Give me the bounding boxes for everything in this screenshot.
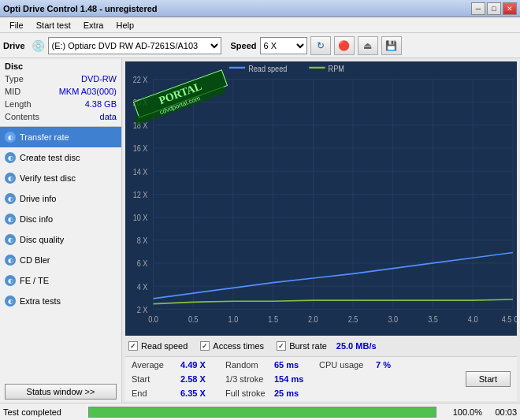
nav-label-disc-info: Disc info [20, 214, 53, 224]
content-area: PORTAL cdvdportal.com [122, 58, 520, 403]
erase-button[interactable]: 🔴 [334, 36, 355, 55]
svg-text:0.0: 0.0 [148, 315, 158, 325]
status-time: 00:03 [485, 407, 517, 417]
burst-rate-checkbox-item: ✓ Burst rate 25.0 MB/s [277, 341, 376, 351]
disc-length-value: 4.38 GB [85, 98, 117, 110]
disc-length-row: Length 4.38 GB [5, 98, 117, 110]
nav-label-extra-tests: Extra tests [20, 296, 61, 306]
menu-file[interactable]: File [3, 19, 30, 32]
refresh-button[interactable]: ↻ [310, 36, 331, 55]
sidebar-item-disc-info[interactable]: ◐ Disc info [0, 209, 121, 229]
menu-bar: File Start test Extra Help [0, 17, 520, 33]
drive-icon: 💿 [32, 39, 45, 52]
minimize-button[interactable]: ─ [471, 2, 485, 15]
average-label: Average [132, 360, 179, 370]
svg-text:12 X: 12 X [133, 190, 148, 199]
svg-text:Read speed: Read speed [248, 65, 287, 74]
chart-svg: 2 X 4 X 6 X 8 X 10 X 12 X 14 X 16 X 18 X… [125, 61, 517, 336]
status-bar: Test completed 100.0% 00:03 [0, 403, 520, 420]
fe-te-icon: ◐ [5, 275, 16, 286]
burst-rate-value: 25.0 MB/s [336, 341, 377, 351]
svg-text:RPM: RPM [329, 65, 344, 74]
sidebar-item-transfer-rate[interactable]: ◐ Transfer rate [0, 127, 121, 147]
end-label: End [132, 388, 179, 398]
drive-info-icon: ◐ [5, 193, 16, 204]
disc-type-value: DVD-RW [81, 72, 117, 85]
nav-label-transfer-rate: Transfer rate [20, 132, 69, 142]
svg-text:16 X: 16 X [133, 144, 148, 154]
disc-mid-row: MID MKM A03(000) [5, 85, 117, 98]
checkbox-row: ✓ Read speed ✓ Access times ✓ Burst rate… [122, 339, 520, 353]
drive-select[interactable]: (E:) Optiarc DVD RW AD-7261S/A103 [48, 37, 221, 54]
stroke1-label: 1/3 stroke [225, 374, 273, 384]
extra-tests-icon: ◐ [5, 295, 16, 307]
sidebar: Disc Type DVD-RW MID MKM A03(000) Length… [0, 58, 122, 403]
sidebar-item-verify-test-disc[interactable]: ◐ Verify test disc [0, 168, 121, 188]
sidebar-item-extra-tests[interactable]: ◐ Extra tests [0, 291, 121, 311]
cpu-label: CPU usage [319, 360, 374, 370]
start-value: 2.58 X [180, 374, 224, 384]
svg-rect-45 [309, 67, 325, 69]
disc-mid-label: MID [5, 85, 20, 98]
stroke2-label: Full stroke [225, 388, 273, 398]
cpu-value: 7 % [376, 360, 462, 370]
save-button[interactable]: 💾 [381, 36, 402, 55]
nav-items: ◐ Transfer rate ◐ Create test disc ◐ Ver… [0, 127, 121, 381]
access-times-checkbox-item: ✓ Access times [200, 341, 264, 351]
chart-area: PORTAL cdvdportal.com [125, 61, 517, 336]
disc-quality-icon: ◐ [5, 234, 16, 245]
sidebar-item-drive-info[interactable]: ◐ Drive info [0, 188, 121, 209]
svg-text:18 X: 18 X [133, 121, 148, 131]
status-text: Test completed [3, 407, 82, 417]
verify-test-disc-icon: ◐ [5, 173, 16, 184]
sidebar-item-create-test-disc[interactable]: ◐ Create test disc [0, 147, 121, 168]
svg-text:1.5: 1.5 [268, 315, 278, 325]
nav-label-create-test-disc: Create test disc [20, 153, 80, 162]
status-window-button[interactable]: Status window >> [5, 384, 117, 400]
cd-bler-icon: ◐ [5, 255, 16, 266]
stroke1-value: 154 ms [274, 374, 318, 384]
read-speed-checkbox-item: ✓ Read speed [128, 341, 188, 351]
disc-type-row: Type DVD-RW [5, 72, 117, 85]
svg-text:2 X: 2 X [137, 305, 148, 314]
svg-text:8 X: 8 X [137, 236, 148, 246]
svg-text:4.5 GB: 4.5 GB [502, 315, 517, 325]
transfer-rate-icon: ◐ [5, 132, 16, 143]
access-times-checkbox[interactable]: ✓ [200, 341, 210, 351]
average-value: 4.49 X [180, 360, 224, 370]
disc-panel-title: Disc [5, 61, 117, 71]
sidebar-item-disc-quality[interactable]: ◐ Disc quality [0, 229, 121, 250]
random-value: 65 ms [274, 360, 318, 370]
svg-rect-43 [229, 67, 245, 69]
eject-button[interactable]: ⏏ [358, 36, 378, 55]
nav-label-cd-bler: CD Bler [20, 255, 50, 265]
speed-label: Speed [231, 41, 257, 50]
svg-text:2.5: 2.5 [348, 315, 358, 325]
svg-text:6 X: 6 X [137, 259, 148, 269]
progress-bar-container [88, 407, 436, 418]
sidebar-item-fe-te[interactable]: ◐ FE / TE [0, 270, 121, 291]
random-label: Random [225, 360, 273, 370]
menu-help[interactable]: Help [110, 19, 140, 32]
drive-label: Drive [3, 41, 25, 50]
nav-label-fe-te: FE / TE [20, 276, 49, 285]
progress-bar-fill [89, 407, 436, 417]
start-label: Start [132, 374, 179, 384]
svg-text:4 X: 4 X [137, 282, 148, 292]
svg-text:3.0: 3.0 [388, 315, 398, 325]
burst-rate-checkbox[interactable]: ✓ [277, 341, 286, 351]
start-button[interactable]: Start [466, 371, 511, 387]
svg-text:10 X: 10 X [133, 214, 148, 223]
close-button[interactable]: ✕ [503, 2, 517, 15]
read-speed-checkbox[interactable]: ✓ [128, 341, 138, 351]
menu-start-test[interactable]: Start test [30, 19, 77, 32]
disc-mid-value: MKM A03(000) [59, 85, 117, 98]
maximize-button[interactable]: □ [487, 2, 501, 15]
sidebar-item-cd-bler[interactable]: ◐ CD Bler [0, 250, 121, 270]
read-speed-label: Read speed [141, 341, 188, 351]
disc-info-icon: ◐ [5, 214, 16, 225]
svg-text:4.0: 4.0 [468, 315, 478, 325]
menu-extra[interactable]: Extra [77, 19, 110, 32]
title-bar-buttons: ─ □ ✕ [471, 2, 517, 15]
speed-select[interactable]: 6 X [260, 37, 307, 54]
